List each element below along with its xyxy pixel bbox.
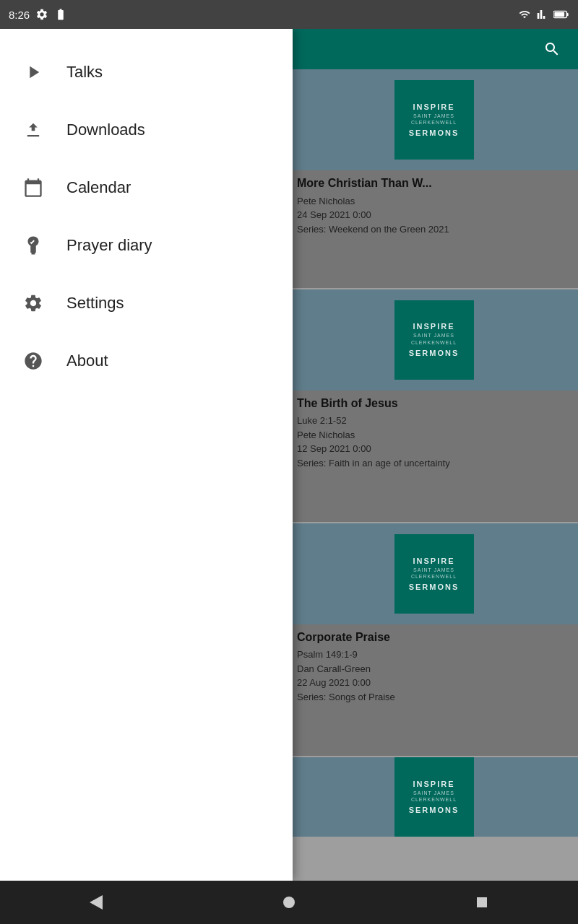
recents-button[interactable] — [464, 884, 500, 920]
battery-level-icon — [553, 9, 569, 19]
settings-label: Settings — [66, 294, 124, 313]
status-bar: 8:26 — [0, 0, 578, 29]
side-drawer: Talks Downloads Calendar — [0, 29, 293, 881]
settings-icon — [20, 290, 46, 316]
navigation-bar — [0, 881, 578, 924]
calendar-label: Calendar — [66, 178, 131, 197]
drawer-overlay: Talks Downloads Calendar — [0, 29, 578, 881]
status-time: 8:26 — [9, 9, 30, 21]
signal-icon — [536, 9, 549, 20]
calendar-icon — [20, 175, 46, 201]
home-button[interactable] — [271, 884, 307, 920]
svg-rect-2 — [554, 12, 564, 17]
battery-status-icon — [54, 8, 67, 21]
sidebar-item-talks[interactable]: Talks — [0, 43, 293, 101]
prayer-diary-label: Prayer diary — [66, 236, 152, 255]
home-icon — [283, 897, 295, 908]
status-right — [517, 9, 569, 20]
prayer-icon — [20, 232, 46, 258]
sidebar-item-calendar[interactable]: Calendar — [0, 159, 293, 217]
wifi-icon — [517, 9, 532, 20]
back-button[interactable] — [78, 884, 114, 920]
about-label: About — [66, 352, 108, 370]
back-icon — [90, 895, 103, 910]
sidebar-item-downloads[interactable]: Downloads — [0, 101, 293, 159]
download-icon — [20, 117, 46, 143]
play-icon — [20, 59, 46, 85]
recents-icon — [477, 897, 487, 907]
talks-label: Talks — [66, 63, 103, 82]
sidebar-item-about[interactable]: About — [0, 332, 293, 390]
settings-status-icon — [35, 8, 48, 21]
downloads-label: Downloads — [66, 121, 145, 139]
svg-rect-1 — [567, 13, 569, 17]
status-left: 8:26 — [9, 8, 67, 21]
help-icon — [20, 348, 46, 374]
sidebar-item-settings[interactable]: Settings — [0, 274, 293, 332]
sidebar-item-prayer-diary[interactable]: Prayer diary — [0, 217, 293, 274]
